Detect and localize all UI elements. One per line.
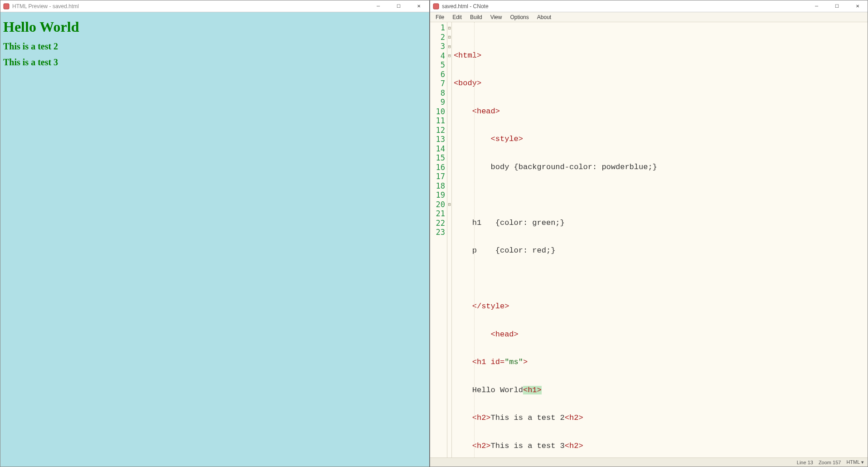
- line-number[interactable]: 1: [430, 23, 447, 33]
- line-number[interactable]: 17: [430, 172, 447, 181]
- minimize-button[interactable]: ─: [806, 0, 827, 12]
- fold-mark: [447, 126, 451, 135]
- editor-title: saved.html - CNote: [442, 3, 806, 10]
- menu-options[interactable]: Options: [506, 13, 532, 21]
- editor-app-icon: [433, 3, 439, 10]
- preview-app-icon: [3, 3, 10, 10]
- fold-mark[interactable]: ⊟: [447, 42, 451, 51]
- fold-mark: [447, 60, 451, 70]
- svg-rect-0: [4, 4, 9, 9]
- fold-mark: [447, 144, 451, 154]
- fold-mark: [447, 172, 451, 181]
- fold-gutter[interactable]: ⊟ ⊟ ⊟ ⊟ ⊟: [447, 22, 452, 457]
- line-number[interactable]: 19: [430, 190, 447, 200]
- fold-mark: [447, 107, 451, 117]
- menu-build[interactable]: Build: [466, 13, 486, 21]
- fold-mark[interactable]: ⊟: [447, 33, 451, 42]
- line-number[interactable]: 3: [430, 42, 447, 51]
- menu-edit[interactable]: Edit: [449, 13, 466, 21]
- line-number[interactable]: 13: [430, 135, 447, 144]
- fold-mark: [447, 181, 451, 191]
- fold-mark: [447, 79, 451, 88]
- editor-window: saved.html - CNote ─ ☐ ✕ File Edit Build…: [430, 0, 868, 467]
- code-token: <style>: [454, 135, 523, 143]
- line-number-gutter[interactable]: 1 2 3 4 5 6 7 8 9 10 11 12 13 14 15 16 1…: [430, 22, 447, 457]
- fold-mark: [447, 88, 451, 98]
- fold-mark: [447, 116, 451, 126]
- code-token: p {color: red;}: [454, 246, 555, 255]
- preview-titlebar[interactable]: HTML Preview - saved.html ─ ☐ ✕: [0, 0, 429, 12]
- code-token: Hello World: [454, 386, 523, 394]
- minimize-button[interactable]: ─: [368, 0, 388, 12]
- line-number[interactable]: 6: [430, 70, 447, 79]
- code-token: "ms": [504, 358, 523, 366]
- fold-mark[interactable]: ⊟: [447, 23, 451, 33]
- code-token: <h2>: [565, 442, 583, 450]
- code-token: <body>: [454, 79, 481, 88]
- code-token: <h2>: [454, 413, 491, 422]
- code-token: This is a test 2: [491, 413, 565, 422]
- svg-rect-1: [433, 4, 439, 9]
- line-number[interactable]: 23: [430, 228, 447, 237]
- line-number[interactable]: 22: [430, 219, 447, 228]
- code-token: This is a test 3: [491, 442, 565, 450]
- code-token: h1 {color: green;}: [454, 219, 565, 227]
- fold-mark: [447, 153, 451, 163]
- fold-mark: [447, 97, 451, 107]
- status-line: Line 13: [797, 460, 813, 465]
- line-number[interactable]: 2: [430, 33, 447, 42]
- preview-window-buttons: ─ ☐ ✕: [368, 0, 429, 12]
- editor-titlebar[interactable]: saved.html - CNote ─ ☐ ✕: [430, 0, 868, 12]
- code-token: <h2>: [454, 442, 491, 450]
- preview-h2-2: This is a test 3: [3, 57, 427, 68]
- code-token: </style>: [454, 302, 509, 311]
- maximize-button[interactable]: ☐: [827, 0, 847, 12]
- preview-window: HTML Preview - saved.html ─ ☐ ✕ Hello Wo…: [0, 0, 430, 467]
- line-number[interactable]: 18: [430, 181, 447, 191]
- maximize-button[interactable]: ☐: [388, 0, 409, 12]
- statusbar: Line 13 Zoom 157 HTML ▾: [430, 457, 868, 467]
- line-number[interactable]: 20: [430, 200, 447, 209]
- code-token: <html>: [454, 51, 481, 60]
- code-token: <head>: [454, 107, 500, 116]
- code-token-highlighted: <h1: [523, 386, 537, 394]
- line-number[interactable]: 12: [430, 126, 447, 135]
- close-button[interactable]: ✕: [409, 0, 429, 12]
- code-token: <h2>: [565, 413, 583, 422]
- line-number[interactable]: 7: [430, 79, 447, 88]
- code-token: id=: [491, 358, 505, 366]
- status-lang[interactable]: HTML ▾: [846, 459, 864, 465]
- fold-mark: [447, 163, 451, 172]
- line-number[interactable]: 4: [430, 51, 447, 61]
- menu-file[interactable]: File: [432, 13, 448, 21]
- preview-viewport[interactable]: Hello World This is a test 2 This is a t…: [0, 12, 429, 467]
- fold-mark[interactable]: ⊟: [447, 51, 451, 61]
- line-number[interactable]: 8: [430, 88, 447, 98]
- menubar: File Edit Build View Options About: [430, 12, 868, 22]
- code-token: <head>: [454, 330, 519, 339]
- menu-view[interactable]: View: [487, 13, 506, 21]
- fold-mark: [447, 70, 451, 79]
- fold-mark: [447, 219, 451, 228]
- status-zoom[interactable]: Zoom 157: [819, 460, 841, 465]
- close-button[interactable]: ✕: [847, 0, 868, 12]
- code-token-highlighted: >: [537, 386, 542, 394]
- code-editor[interactable]: <html> <body> <head> <style> body {backg…: [452, 22, 868, 457]
- line-number[interactable]: 5: [430, 60, 447, 70]
- menu-about[interactable]: About: [533, 13, 555, 21]
- line-number[interactable]: 10: [430, 107, 447, 117]
- line-number[interactable]: 15: [430, 153, 447, 163]
- preview-h2-1: This is a test 2: [3, 41, 427, 52]
- editor-window-buttons: ─ ☐ ✕: [806, 0, 868, 12]
- line-number[interactable]: 11: [430, 116, 447, 126]
- code-token: >: [523, 358, 528, 366]
- line-number[interactable]: 16: [430, 163, 447, 172]
- line-number[interactable]: 14: [430, 144, 447, 154]
- line-number[interactable]: 21: [430, 209, 447, 219]
- preview-title: HTML Preview - saved.html: [12, 3, 368, 10]
- fold-mark: [447, 190, 451, 200]
- fold-mark: [447, 135, 451, 144]
- line-number[interactable]: 9: [430, 97, 447, 107]
- fold-mark[interactable]: ⊟: [447, 200, 451, 209]
- code-token: body {background-color: powderblue;}: [454, 163, 657, 171]
